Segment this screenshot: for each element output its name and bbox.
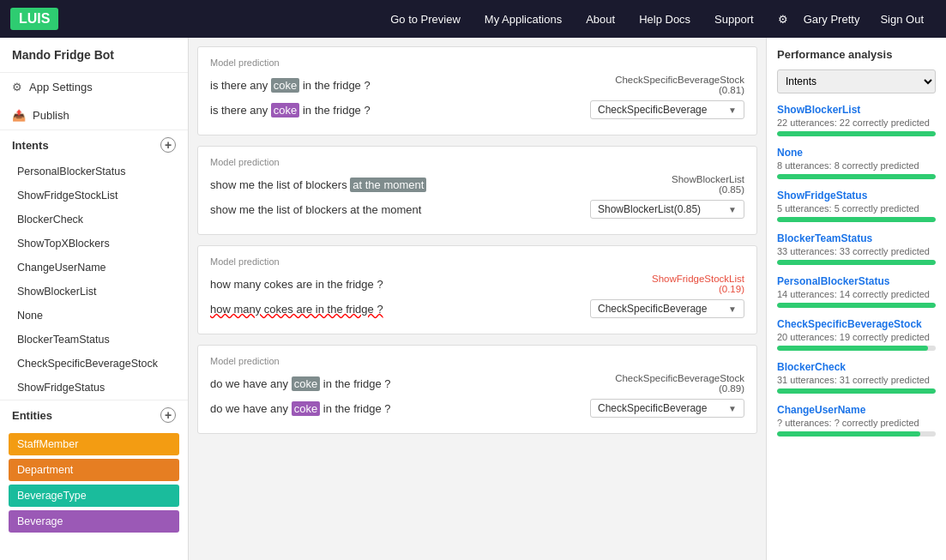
sidebar-app-settings[interactable]: ⚙ App Settings: [0, 73, 188, 101]
prediction-card-4: Model prediction do we have any coke in …: [197, 345, 757, 434]
utterance-bottom-1: is there any coke in the fridge ?: [210, 104, 590, 117]
sidebar-item-blocker-check[interactable]: BlockerCheck: [0, 208, 188, 232]
sidebar-item-none[interactable]: None: [0, 304, 188, 328]
perf-desc-4: 14 utterances: 14 correctly predicted: [777, 289, 936, 299]
dropdown-arrow-3: ▼: [728, 304, 737, 314]
publish-label: Publish: [33, 109, 69, 122]
dropdown-value-1: CheckSpecificBeverage: [598, 104, 707, 116]
sidebar-item-check-specific-beverage-stock[interactable]: CheckSpecificBeverageStock: [0, 352, 188, 376]
main-layout: Mando Fridge Bot ⚙ App Settings 📤 Publis…: [0, 38, 946, 560]
perf-bar-bg-2: [777, 217, 936, 222]
intent-dropdown-3[interactable]: CheckSpecificBeverage ▼: [590, 299, 744, 318]
app-name: Mando Fridge Bot: [0, 38, 188, 73]
perf-name-7[interactable]: ChangeUserName: [777, 404, 936, 416]
entity-staff-member[interactable]: StaffMember: [9, 433, 179, 455]
prediction-row-top-3: how many cokes are in the fridge ? ShowF…: [210, 274, 744, 294]
prediction-score-2: ShowBlockerList (0.85): [672, 174, 744, 195]
perf-name-5[interactable]: CheckSpecificBeverageStock: [777, 318, 936, 330]
sidebar-item-show-blocker-list[interactable]: ShowBlockerList: [0, 280, 188, 304]
performance-title: Performance analysis: [777, 48, 936, 61]
intent-dropdown-2[interactable]: ShowBlockerList(0.85) ▼: [590, 200, 744, 219]
score-label-1: CheckSpecificBeverageStock: [615, 75, 744, 85]
perf-bar-bg-6: [777, 388, 936, 394]
prediction-card-3: Model prediction how many cokes are in t…: [197, 245, 757, 334]
nav-support[interactable]: Support: [714, 13, 754, 26]
intents-header-label: Intents: [12, 139, 49, 152]
sidebar-item-change-user-name[interactable]: ChangeUserName: [0, 256, 188, 280]
perf-name-0[interactable]: ShowBlockerList: [777, 104, 936, 116]
sidebar-item-show-fridge-status[interactable]: ShowFridgeStatus: [0, 376, 188, 400]
perf-name-1[interactable]: None: [777, 147, 936, 159]
sidebar-item-show-fridge-stock-list[interactable]: ShowFridgeStockList: [0, 184, 188, 208]
intent-dropdown-4[interactable]: CheckSpecificBeverage ▼: [590, 399, 744, 418]
utterance-bottom-4: do we have any coke in the fridge ?: [210, 402, 590, 415]
perf-desc-0: 22 utterances: 22 correctly predicted: [777, 117, 936, 128]
prediction-label-3: Model prediction: [210, 256, 744, 267]
perf-item-personal-blocker-status: PersonalBlockerStatus 14 utterances: 14 …: [777, 275, 936, 308]
nav-about[interactable]: About: [586, 13, 615, 26]
add-intent-button[interactable]: +: [160, 137, 176, 153]
nav-sign-out[interactable]: Sign Out: [880, 13, 924, 26]
prediction-row-top-2: show me the list of blockers at the mome…: [210, 174, 744, 195]
gear-icon: ⚙: [778, 13, 788, 26]
score-value-2: (0.85): [672, 184, 744, 195]
top-nav: LUIS Go to Preview My Applications About…: [0, 0, 946, 38]
highlight-bottom-4: coke: [292, 401, 320, 416]
prediction-row-top-1: is there any coke in the fridge ? CheckS…: [210, 75, 744, 95]
highlight-4: coke: [292, 376, 320, 391]
sidebar-item-blocker-team-status[interactable]: BlockerTeamStatus: [0, 328, 188, 352]
sidebar-item-show-top-x-blockers[interactable]: ShowTopXBlockers: [0, 232, 188, 256]
perf-desc-5: 20 utterances: 19 correctly predicted: [777, 332, 936, 342]
score-value-3: (0.19): [652, 284, 744, 294]
perf-bar-1: [777, 174, 936, 179]
nav-go-to-preview[interactable]: Go to Preview: [390, 13, 461, 26]
perf-name-3[interactable]: BlockerTeamStatus: [777, 232, 936, 244]
perf-desc-7: ? utterances: ? correctly predicted: [777, 418, 936, 428]
perf-name-4[interactable]: PersonalBlockerStatus: [777, 275, 936, 287]
entities-header-label: Entities: [12, 409, 52, 422]
dropdown-arrow-1: ▼: [728, 105, 737, 115]
sidebar: Mando Fridge Bot ⚙ App Settings 📤 Publis…: [0, 38, 189, 560]
perf-item-none: None 8 utterances: 8 correctly predicted: [777, 147, 936, 179]
perf-bar-3: [777, 260, 936, 265]
perf-item-check-specific-beverage-stock: CheckSpecificBeverageStock 20 utterances…: [777, 318, 936, 351]
highlight-2: at the moment: [350, 178, 426, 192]
prediction-card-1: Model prediction is there any coke in th…: [197, 46, 757, 135]
utterance-bottom-2: show me the list of blockers at the mome…: [210, 203, 590, 216]
utterance-top-4: do we have any coke in the fridge ?: [210, 377, 608, 390]
intents-section-header: Intents +: [0, 129, 188, 160]
performance-dropdown[interactable]: Intents: [777, 69, 936, 93]
perf-bar-bg-0: [777, 131, 936, 136]
score-value-1: (0.81): [615, 85, 744, 95]
entity-beverage[interactable]: Beverage: [9, 510, 179, 533]
nav-user-name[interactable]: Gary Pretty: [804, 13, 860, 26]
intent-dropdown-1[interactable]: CheckSpecificBeverage ▼: [590, 100, 744, 119]
dropdown-arrow-4: ▼: [728, 404, 737, 413]
nav-my-applications[interactable]: My Applications: [485, 13, 562, 26]
entity-beverage-type[interactable]: BeverageType: [9, 485, 179, 507]
highlight-bottom-1: coke: [271, 103, 299, 117]
logo: LUIS: [10, 8, 58, 30]
score-label-4: CheckSpecificBeverageStock: [615, 373, 744, 383]
add-entity-button[interactable]: +: [160, 407, 176, 423]
sidebar-publish[interactable]: 📤 Publish: [0, 101, 188, 129]
dropdown-value-4: CheckSpecificBeverage: [598, 402, 707, 414]
perf-item-show-fridge-status: ShowFridgeStatus 5 utterances: 5 correct…: [777, 190, 936, 222]
perf-bar-6: [777, 388, 936, 394]
perf-bar-bg-3: [777, 260, 936, 265]
perf-name-6[interactable]: BlockerCheck: [777, 361, 936, 373]
perf-bar-2: [777, 217, 936, 222]
dropdown-value-2: ShowBlockerList(0.85): [598, 203, 701, 215]
perf-bar-bg-1: [777, 174, 936, 179]
perf-name-2[interactable]: ShowFridgeStatus: [777, 190, 936, 202]
prediction-label-2: Model prediction: [210, 157, 744, 167]
nav-help-docs[interactable]: Help Docs: [639, 13, 690, 26]
score-label-3: ShowFridgeStockList: [652, 274, 744, 284]
perf-item-change-user-name: ChangeUserName ? utterances: ? correctly…: [777, 404, 936, 437]
perf-item-blocker-team-status: BlockerTeamStatus 33 utterances: 33 corr…: [777, 232, 936, 265]
sidebar-item-personal-blocker-status[interactable]: PersonalBlockerStatus: [0, 160, 188, 184]
score-value-4: (0.89): [615, 383, 744, 394]
prediction-score-3: ShowFridgeStockList (0.19): [652, 274, 744, 294]
perf-bar-bg-4: [777, 303, 936, 308]
entity-department[interactable]: Department: [9, 459, 179, 481]
